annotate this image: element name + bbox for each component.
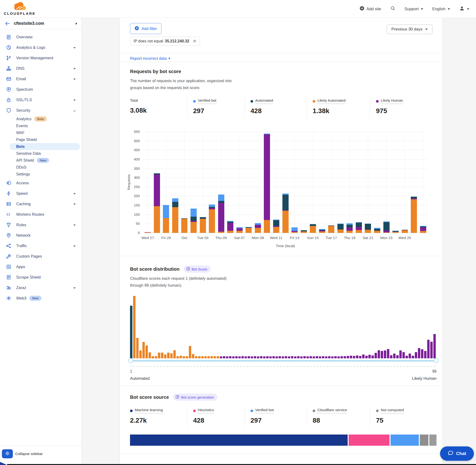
stat-value-heuristics: 428 xyxy=(193,417,214,424)
stat-label-automated[interactable]: Automated xyxy=(251,98,273,104)
sidebar-item-analytics-logs[interactable]: Analytics & Logs xyxy=(0,42,81,53)
funnel-icon xyxy=(6,222,11,227)
sidebar-item-workers-routes[interactable]: Workers Routes xyxy=(0,209,81,220)
bar-wed-04 xyxy=(209,132,215,233)
y-tick-label: 150 xyxy=(124,203,140,207)
slider-min-value: 1 xyxy=(130,369,132,374)
chat-button[interactable]: Chat xyxy=(440,446,474,461)
sidebar-item-security[interactable]: Security xyxy=(0,105,81,116)
score-22-bar xyxy=(195,356,197,358)
sidebar-item-label: Caching xyxy=(16,202,31,206)
sidebar-item-events[interactable]: Events xyxy=(0,122,81,129)
sidebar-item-api-shield[interactable]: API ShieldNew xyxy=(0,157,81,164)
segment-automated xyxy=(383,222,390,231)
sidebar-item-zaraz[interactable]: Zaraz xyxy=(0,282,81,293)
add-filter-button[interactable]: Add filter xyxy=(130,23,161,34)
score-12-bar xyxy=(164,355,167,358)
sidebar-item-page-shield[interactable]: Page Shield xyxy=(0,136,81,143)
sidebar-item-bots[interactable]: Bots xyxy=(10,143,80,150)
sidebar-item-label: Security xyxy=(16,108,31,113)
stat-label-machine-learning[interactable]: Machine learning xyxy=(130,408,163,413)
sidebar-item-version-management[interactable]: Version Management xyxy=(0,53,81,63)
stat-label-heuristics[interactable]: Heuristics xyxy=(193,408,214,413)
filter-chip[interactable]: IP does not equal 35.212.240.32 xyxy=(130,37,200,45)
time-range-select[interactable]: Previous 30 days xyxy=(387,24,433,34)
stat-label-likely-automated[interactable]: Likely Automated xyxy=(313,98,346,104)
stat-label-verified-bot[interactable]: Verified bot xyxy=(193,98,216,104)
sidebar-item-waf[interactable]: WAF xyxy=(0,129,81,136)
sidebar-item-network[interactable]: Network xyxy=(0,230,81,241)
score-66-bar xyxy=(331,356,334,358)
stat-machine-learning: Machine learning2.27k xyxy=(130,408,163,424)
map-pin-icon xyxy=(6,233,11,238)
sidebar-item-web3[interactable]: Web3New xyxy=(0,293,81,303)
chevron-down-icon xyxy=(73,202,76,206)
stat-label-cloudflare-service[interactable]: Cloudflare service xyxy=(313,408,347,413)
score-58-bar xyxy=(307,356,309,358)
close-icon[interactable] xyxy=(193,39,196,43)
sidebar-item-custom-pages[interactable]: Custom Pages xyxy=(0,251,81,261)
sidebar-item-sensitive-data[interactable]: Sensitive Data xyxy=(0,150,81,157)
sidebar-item-analytics[interactable]: AnalyticsBeta xyxy=(0,116,81,122)
report-incorrect-data-link[interactable]: Report incorrect data xyxy=(130,55,170,62)
language-menu[interactable]: English xyxy=(432,7,450,11)
score-52-bar xyxy=(288,356,290,358)
sidebar-item-overview[interactable]: Overview xyxy=(0,32,81,42)
bot-score-badge[interactable]: Bot Score xyxy=(184,265,211,273)
chevron-down-icon xyxy=(73,77,76,81)
sidebar-item-spectrum[interactable]: Spectrum xyxy=(0,84,81,95)
distribution-card-description: Cloudflare scores each request 1 (defini… xyxy=(130,275,226,289)
score-range-slider-track[interactable] xyxy=(130,360,436,362)
score-83-bar xyxy=(384,350,386,358)
bar-oct-01 xyxy=(181,132,187,233)
sidebar-nav: OverviewAnalytics & LogsVersion Manageme… xyxy=(0,29,81,303)
site-selector[interactable]: cftestsite3.com xyxy=(0,18,81,29)
sidebar-item-email[interactable]: Email xyxy=(0,74,81,84)
sidebar-item-rules[interactable]: Rules xyxy=(0,220,81,230)
sidebar-item-ssl-tls[interactable]: SSL/TLS xyxy=(0,95,81,105)
stat-label-verified-bot[interactable]: Verified bot xyxy=(251,408,274,413)
score-48-bar xyxy=(275,356,278,358)
bot-score-generation-badge[interactable]: Bot score generation xyxy=(173,394,217,401)
back-arrow-icon[interactable] xyxy=(5,21,10,26)
docs-icon xyxy=(186,267,190,271)
sidebar-item-apps[interactable]: Apps xyxy=(0,261,81,272)
badge-beta: Beta xyxy=(34,116,47,121)
segment-likely-automated xyxy=(282,211,289,233)
sidebar-item-traffic[interactable]: Traffic xyxy=(0,241,81,251)
sidebar-item-ddos[interactable]: DDoS xyxy=(0,164,81,171)
bar-mon-23 xyxy=(383,132,390,233)
sidebar-item-caching[interactable]: Caching xyxy=(0,199,81,209)
segment-automated xyxy=(374,229,380,231)
score-41-bar xyxy=(254,356,256,358)
search-button[interactable] xyxy=(390,6,395,12)
y-tick-label: 400 xyxy=(124,157,140,161)
slider-handle-max[interactable] xyxy=(434,358,439,363)
sidebar-item-access[interactable]: Access xyxy=(0,178,81,188)
score-61-bar xyxy=(316,356,318,358)
bar-wed-11 xyxy=(273,132,279,233)
slider-handle-min[interactable] xyxy=(128,358,133,363)
account-menu[interactable] xyxy=(459,5,469,12)
stat-label-not-computed[interactable]: Not computed xyxy=(376,408,404,413)
window-edge xyxy=(7,464,476,465)
cloudflare-logo[interactable]: CLOUDFLARE xyxy=(4,1,35,15)
score-13-bar xyxy=(167,353,169,358)
stat-value-machine-learning: 2.27k xyxy=(130,417,163,424)
gear-button[interactable] xyxy=(2,449,13,458)
git-branch-icon xyxy=(6,55,11,60)
sidebar-item-dns[interactable]: DNS xyxy=(0,63,81,74)
stat-label-likely-human[interactable]: Likely Human xyxy=(376,98,403,104)
score-45-bar xyxy=(266,356,269,358)
support-menu[interactable]: Support xyxy=(405,7,423,11)
chevron-down-icon xyxy=(73,66,76,71)
score-25-bar xyxy=(204,356,207,358)
sidebar-item-settings[interactable]: Settings xyxy=(0,171,81,178)
sidebar-item-speed[interactable]: Speed xyxy=(0,188,81,199)
add-site-button[interactable]: Add site xyxy=(360,6,381,12)
collapse-sidebar[interactable]: Collapse sidebar xyxy=(0,448,81,460)
sidebar-item-scrape-shield[interactable]: Scrape Shield xyxy=(0,272,81,282)
document-lines-icon xyxy=(6,275,11,280)
badge-new: New xyxy=(37,158,49,163)
stat-label-total[interactable]: Total xyxy=(130,98,147,104)
